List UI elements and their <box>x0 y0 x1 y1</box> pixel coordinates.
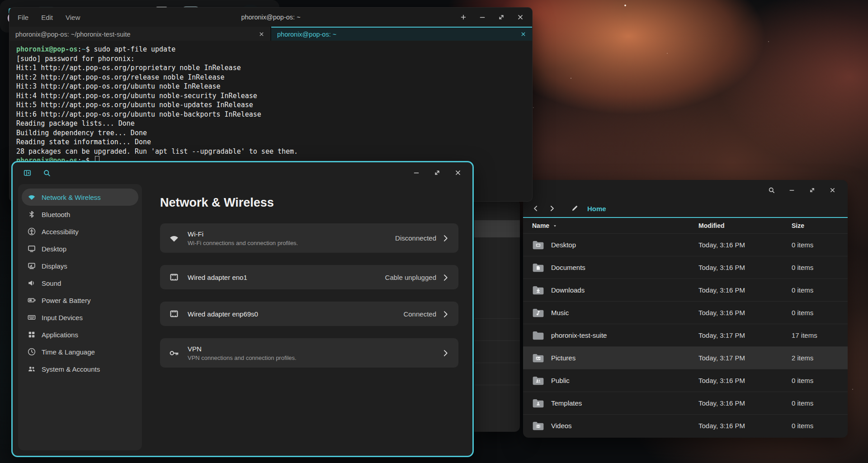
file-name: Pictures <box>551 354 576 362</box>
sidebar-item-label: Time & Language <box>42 348 95 356</box>
terminal-line: Reading package lists... Done <box>16 119 525 128</box>
tab-close-icon[interactable] <box>259 31 264 37</box>
terminal-line: phoronix@pop-os:~$ sudo apt-file update <box>16 45 525 54</box>
file-name-cell: Downloads <box>523 285 698 295</box>
close-icon[interactable] <box>454 169 462 176</box>
battery-icon <box>28 296 36 304</box>
status-label: Disconnected <box>395 234 436 242</box>
settings-window-buttons <box>413 169 462 176</box>
breadcrumb-home[interactable]: Home <box>587 205 606 213</box>
terminal-headerbar: FileEditView phoronix@pop-os: ~ <box>9 8 532 27</box>
new-tab-icon[interactable] <box>460 14 467 21</box>
file-row-phoronix-test-suite[interactable]: phoronix-test-suiteToday, 3:17 PM17 item… <box>523 324 848 346</box>
file-row-desktop[interactable]: DesktopToday, 3:16 PM0 items <box>523 233 848 256</box>
sidebar-item-bluetooth[interactable]: Bluetooth <box>22 206 138 223</box>
menu-item-file[interactable]: File <box>18 14 28 21</box>
settings-window: Network & WirelessBluetoothAccessibility… <box>11 161 474 457</box>
terminal-line: [sudo] password for phoronix: <box>16 54 525 64</box>
file-name: phoronix-test-suite <box>551 331 607 339</box>
sidebar-item-time-language[interactable]: Time & Language <box>22 343 138 360</box>
sidebar-item-power-battery[interactable]: Power & Battery <box>22 292 138 309</box>
file-name-cell: Music <box>523 308 698 318</box>
terminal-line: Hit:1 http://apt.pop-os.org/proprietary … <box>16 63 525 73</box>
file-name-cell: phoronix-test-suite <box>523 331 698 340</box>
sidebar-item-displays[interactable]: Displays <box>22 257 138 274</box>
file-name: Videos <box>551 422 572 430</box>
card-text: Wired adapter eno1 <box>188 274 247 281</box>
file-row-music[interactable]: MusicToday, 3:16 PM0 items <box>523 301 848 324</box>
back-icon[interactable] <box>532 205 539 212</box>
search-icon[interactable] <box>43 169 51 177</box>
file-row-public[interactable]: PublicToday, 3:16 PM0 items <box>523 369 848 392</box>
sidebar-item-sound[interactable]: Sound <box>22 274 138 292</box>
page-title: Network & Wireless <box>160 196 459 210</box>
sidebar-item-system-accounts[interactable]: System & Accounts <box>22 360 138 378</box>
file-size: 17 items <box>792 331 848 339</box>
sidebar-item-label: Desktop <box>42 245 66 253</box>
terminal-line: Hit:5 http://apt.pop-os.org/ubuntu noble… <box>16 100 525 110</box>
menu-item-view[interactable]: View <box>66 14 80 21</box>
background-window <box>474 199 520 432</box>
file-name: Downloads <box>551 286 585 294</box>
file-row-videos[interactable]: VideosToday, 3:16 PM0 items <box>523 414 848 437</box>
forward-icon[interactable] <box>548 205 556 212</box>
terminal-output[interactable]: phoronix@pop-os:~$ sudo apt-file update[… <box>9 41 532 170</box>
menu-item-edit[interactable]: Edit <box>41 14 53 21</box>
settings-card-vpn[interactable]: VPNVPN connections and connection profil… <box>160 338 458 368</box>
settings-card-wired-adapter-enp69s0[interactable]: Wired adapter enp69s0Connected <box>160 302 458 326</box>
minimize-icon[interactable] <box>413 169 420 176</box>
file-modified: Today, 3:16 PM <box>698 286 792 294</box>
file-size: 0 items <box>792 422 848 430</box>
files-window: Home Name Modified Size DesktopToday, 3:… <box>523 180 848 438</box>
search-icon[interactable] <box>768 187 775 194</box>
settings-card-list: Wi-FiWi-Fi connections and connection pr… <box>160 223 459 368</box>
folder-documents-icon <box>532 263 544 273</box>
ethernet-icon <box>169 309 179 319</box>
settings-card-wired-adapter-eno1[interactable]: Wired adapter eno1Cable unplugged <box>160 265 458 289</box>
sidebar-item-desktop[interactable]: Desktop <box>22 240 138 257</box>
edit-path-icon[interactable] <box>571 205 578 212</box>
card-text: Wired adapter enp69s0 <box>188 310 258 318</box>
card-trailing: Cable unplugged <box>385 274 449 281</box>
status-label: Cable unplugged <box>385 274 436 281</box>
terminal-tab-2[interactable]: phoronix@pop-os: ~ <box>271 27 532 41</box>
file-modified: Today, 3:16 PM <box>698 241 792 249</box>
file-name-cell: Public <box>523 376 698 386</box>
maximize-icon[interactable] <box>809 187 816 194</box>
sidebar-item-applications[interactable]: Applications <box>22 326 138 343</box>
minimize-icon[interactable] <box>788 187 795 194</box>
settings-sidebar: Network & WirelessBluetoothAccessibility… <box>18 184 142 450</box>
file-name: Documents <box>551 264 585 271</box>
file-row-documents[interactable]: DocumentsToday, 3:16 PM0 items <box>523 256 848 279</box>
file-row-pictures[interactable]: PicturesToday, 3:17 PM2 items <box>523 346 848 369</box>
sidebar-item-label: Sound <box>42 279 61 287</box>
terminal-tab-1[interactable]: phoronix@pop-os: ~/phoronix-test-suite <box>9 27 270 41</box>
column-header-name[interactable]: Name <box>523 222 698 229</box>
sidebar-item-label: Accessibility <box>42 228 79 236</box>
column-header-size[interactable]: Size <box>792 222 848 229</box>
background-window-row <box>474 220 520 237</box>
sidebar-item-network-wireless[interactable]: Network & Wireless <box>22 189 138 206</box>
terminal-line: Hit:6 http://apt.pop-os.org/ubuntu noble… <box>16 110 525 119</box>
minimize-icon[interactable] <box>479 14 486 21</box>
tab-close-icon[interactable] <box>520 31 526 37</box>
card-title: Wired adapter enp69s0 <box>188 310 258 318</box>
close-icon[interactable] <box>517 14 524 21</box>
column-header-modified[interactable]: Modified <box>698 222 792 229</box>
terminal-menubar: FileEditView <box>18 14 80 21</box>
terminal-line: Hit:3 http://apt.pop-os.org/ubuntu noble… <box>16 82 525 91</box>
tab-label: phoronix@pop-os: ~ <box>277 31 336 38</box>
sidebar-item-label: Displays <box>42 262 67 270</box>
maximize-icon[interactable] <box>498 14 505 21</box>
sidebar-item-input-devices[interactable]: Input Devices <box>22 309 138 326</box>
file-size: 0 items <box>792 286 848 294</box>
maximize-icon[interactable] <box>434 169 441 176</box>
card-title: Wired adapter eno1 <box>188 274 247 281</box>
sidebar-item-accessibility[interactable]: Accessibility <box>22 223 138 240</box>
card-text: VPNVPN connections and connection profil… <box>188 345 297 361</box>
file-row-templates[interactable]: TemplatesToday, 3:16 PM0 items <box>523 392 848 414</box>
settings-card-wi-fi[interactable]: Wi-FiWi-Fi connections and connection pr… <box>160 223 458 253</box>
close-icon[interactable] <box>829 187 836 194</box>
sidebar-toggle-icon[interactable] <box>24 169 31 177</box>
file-row-downloads[interactable]: DownloadsToday, 3:16 PM0 items <box>523 279 848 301</box>
